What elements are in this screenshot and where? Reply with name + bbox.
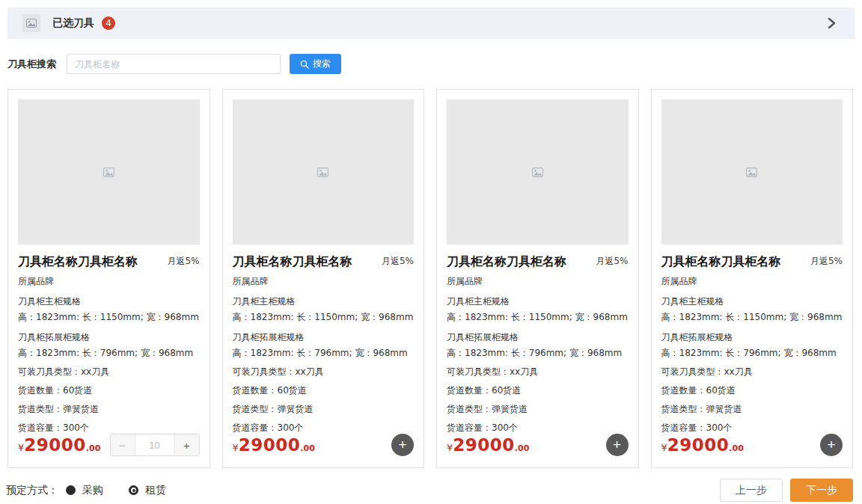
image-placeholder-icon [103, 168, 114, 177]
ext-cabinet-spec-value: 高：1823mm: 长：796mm; 宽：968mm [447, 348, 629, 359]
price: ¥29000.00 [661, 435, 744, 455]
main-cabinet-spec-label: 刀具柜主柜规格 [18, 296, 200, 307]
channel-count-line: 货道数量：60货道 [447, 385, 629, 396]
ext-cabinet-spec-label: 刀具柜拓展柜规格 [18, 332, 200, 343]
radio-purchase[interactable]: 采购 [66, 484, 103, 497]
search-input[interactable] [67, 54, 281, 74]
plus-icon: + [183, 439, 190, 452]
monthly-rebate-label: 月返5% [167, 255, 199, 268]
selected-tools-title: 已选刀具 [52, 16, 94, 30]
channel-type-line: 货道类型：弹簧货道 [18, 404, 200, 415]
next-step-button[interactable]: 下一步 [790, 479, 853, 502]
order-type-group: 预定方式： 采购 租赁 [6, 484, 192, 497]
tool-type-line: 可装刀具类型：xx刀具 [661, 366, 843, 378]
minus-icon: − [119, 439, 126, 452]
search-button[interactable]: 搜索 [290, 54, 341, 74]
main-cabinet-spec-label: 刀具柜主柜规格 [447, 296, 629, 307]
channel-type-line: 货道类型：弹簧货道 [447, 404, 629, 415]
ext-cabinet-spec-value: 高：1823mm: 长：796mm; 宽：968mm [233, 348, 415, 359]
add-to-selection-button[interactable]: + [606, 434, 629, 456]
cabinet-name: 刀具柜名称刀具柜名称 [18, 255, 138, 268]
add-to-selection-button[interactable]: + [820, 434, 843, 456]
image-placeholder-icon [317, 168, 328, 177]
cabinet-name: 刀具柜名称刀具柜名称 [233, 255, 352, 268]
monthly-rebate-label: 月返5% [382, 255, 414, 268]
channel-count-line: 货道数量：60货道 [18, 385, 200, 396]
radio-lease[interactable]: 租赁 [129, 484, 166, 497]
price-cents: .00 [729, 443, 744, 453]
search-button-label: 搜索 [313, 58, 331, 70]
plus-icon: + [827, 437, 835, 452]
add-to-selection-button[interactable]: + [391, 434, 414, 456]
ext-cabinet-spec-value: 高：1823mm: 长：796mm; 宽：968mm [661, 348, 843, 359]
main-cabinet-spec-value: 高：1823mm: 长：1150mm; 宽：968mm [18, 312, 200, 323]
price-amount: 29000 [667, 435, 730, 455]
cabinet-name: 刀具柜名称刀具柜名称 [661, 255, 781, 268]
selected-tools-bar[interactable]: 已选刀具 4 [7, 7, 855, 39]
image-placeholder-icon [26, 19, 37, 28]
price: ¥29000.00 [233, 435, 315, 455]
ext-cabinet-spec-label: 刀具柜拓展柜规格 [447, 332, 629, 343]
tool-type-line: 可装刀具类型：xx刀具 [447, 366, 629, 378]
price-amount: 29000 [239, 435, 301, 455]
selected-tools-thumbnail [22, 14, 40, 32]
price: ¥29000.00 [18, 435, 100, 455]
brand-label: 所属品牌 [661, 276, 843, 287]
image-placeholder-icon [746, 168, 757, 177]
quantity-input[interactable] [135, 434, 174, 455]
main-cabinet-spec-label: 刀具柜主柜规格 [233, 296, 415, 307]
radio-purchase-label: 采购 [82, 484, 103, 497]
selected-tools-count-badge: 4 [102, 16, 115, 30]
monthly-rebate-label: 月返5% [810, 255, 843, 268]
search-label: 刀具柜搜索 [7, 58, 56, 71]
cabinet-image-placeholder [447, 99, 629, 245]
radio-solid-icon[interactable] [66, 485, 76, 495]
brand-label: 所属品牌 [18, 276, 200, 287]
quantity-decrease-button[interactable]: − [111, 434, 135, 455]
cabinet-image-placeholder [18, 99, 200, 245]
brand-label: 所属品牌 [447, 276, 629, 287]
channel-capacity-line: 货道容量：300个 [447, 422, 629, 434]
chevron-right-icon[interactable] [825, 16, 838, 30]
channel-capacity-line: 货道容量：300个 [661, 422, 843, 434]
tool-type-line: 可装刀具类型：xx刀具 [233, 366, 415, 378]
channel-capacity-line: 货道容量：300个 [18, 422, 200, 434]
main-cabinet-spec-value: 高：1823mm: 长：1150mm; 宽：968mm [661, 312, 843, 323]
ext-cabinet-spec-label: 刀具柜拓展柜规格 [661, 332, 843, 343]
plus-icon: + [398, 437, 406, 452]
channel-count-line: 货道数量：60货道 [233, 385, 415, 396]
plus-icon: + [613, 437, 621, 452]
channel-count-line: 货道数量：60货道 [661, 385, 843, 396]
brand-label: 所属品牌 [233, 276, 415, 287]
radio-bullseye-icon[interactable] [129, 485, 138, 495]
quantity-increase-button[interactable]: + [174, 434, 199, 455]
ext-cabinet-spec-label: 刀具柜拓展柜规格 [233, 332, 415, 343]
channel-type-line: 货道类型：弹簧货道 [233, 404, 415, 415]
search-icon [300, 60, 309, 69]
footer-buttons: 上一步 下一步 [720, 479, 853, 502]
cabinet-name: 刀具柜名称刀具柜名称 [447, 255, 566, 268]
search-row: 刀具柜搜索 搜索 [7, 54, 855, 74]
main-cabinet-spec-value: 高：1823mm: 长：1150mm; 宽：968mm [447, 312, 629, 323]
footer-bar: 预定方式： 采购 租赁 上一步 下一步 [6, 479, 853, 502]
price: ¥29000.00 [447, 435, 529, 455]
currency-symbol: ¥ [233, 442, 239, 453]
main-cabinet-spec-label: 刀具柜主柜规格 [661, 296, 843, 307]
cabinet-image-placeholder [661, 99, 843, 245]
cabinet-card-list: 刀具柜名称刀具柜名称 月返5% 所属品牌 刀具柜主柜规格 高：1823mm: 长… [7, 89, 853, 468]
image-placeholder-icon [532, 168, 543, 177]
main-cabinet-spec-value: 高：1823mm: 长：1150mm; 宽：968mm [233, 312, 415, 323]
cabinet-card: 刀具柜名称刀具柜名称 月返5% 所属品牌 刀具柜主柜规格 高：1823mm: 长… [7, 89, 210, 468]
cabinet-card: 刀具柜名称刀具柜名称 月返5% 所属品牌 刀具柜主柜规格 高：1823mm: 长… [436, 89, 639, 468]
cabinet-card: 刀具柜名称刀具柜名称 月返5% 所属品牌 刀具柜主柜规格 高：1823mm: 长… [222, 89, 425, 468]
price-cents: .00 [515, 443, 530, 453]
currency-symbol: ¥ [661, 442, 667, 453]
quantity-stepper: − + [110, 434, 200, 456]
cabinet-card: 刀具柜名称刀具柜名称 月返5% 所属品牌 刀具柜主柜规格 高：1823mm: 长… [651, 89, 854, 468]
previous-step-button[interactable]: 上一步 [720, 479, 783, 502]
price-cents: .00 [86, 443, 101, 453]
cabinet-image-placeholder [233, 99, 415, 245]
channel-capacity-line: 货道容量：300个 [233, 422, 415, 434]
tool-type-line: 可装刀具类型：xx刀具 [18, 366, 200, 378]
monthly-rebate-label: 月返5% [596, 255, 628, 268]
